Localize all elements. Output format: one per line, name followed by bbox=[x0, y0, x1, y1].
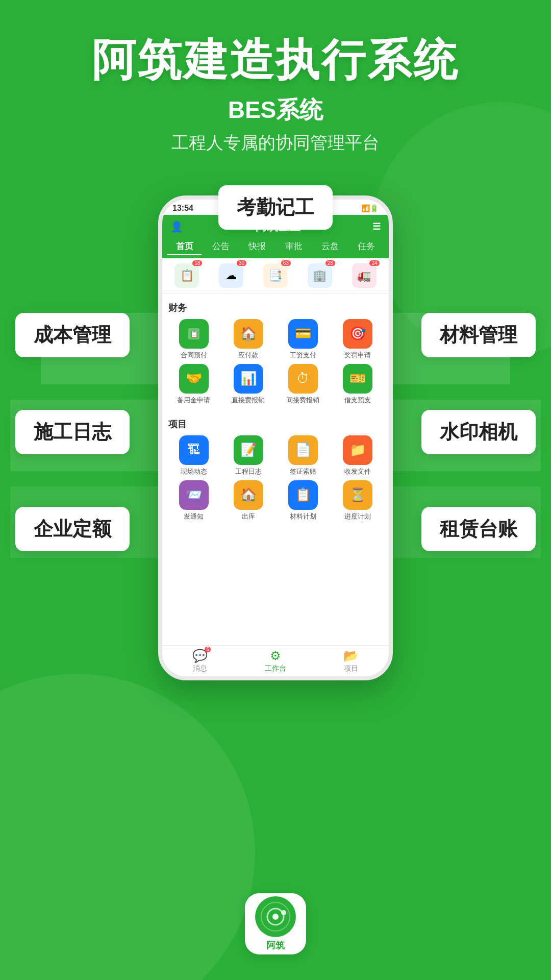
feature-qiye: 企业定额 bbox=[15, 507, 130, 551]
app-title: 阿筑建造执行系统 bbox=[0, 36, 551, 84]
app-cailiao[interactable]: 📋 材料计划 bbox=[278, 480, 328, 521]
finance-title: 财务 bbox=[168, 302, 383, 314]
app-gongcheng-label: 工程日志 bbox=[235, 467, 262, 476]
app-wenjian[interactable]: 📁 收发文件 bbox=[332, 435, 383, 476]
shortcut-badge-4: 28 bbox=[325, 260, 335, 266]
app-logo: 阿筑 bbox=[245, 893, 306, 954]
app-zhijie-label: 直接费报销 bbox=[232, 396, 265, 405]
phone-mockup: 13:54 📶🔋 👤 阿筑企业 ☰ 首页 公告 快报 审批 云盘 任务 bbox=[158, 195, 393, 680]
app-cailiao-label: 材料计划 bbox=[290, 512, 316, 521]
svg-point-11 bbox=[272, 914, 279, 920]
svg-point-12 bbox=[281, 910, 286, 915]
tab-home[interactable]: 首页 bbox=[167, 238, 202, 255]
app-xianchang[interactable]: 🏗 现场动态 bbox=[168, 435, 219, 476]
message-icon: 💬 6 bbox=[192, 649, 208, 663]
app-jianjie-label: 间接费报销 bbox=[286, 396, 319, 405]
app-zhijie[interactable]: 📊 直接费报销 bbox=[223, 364, 273, 405]
phone-tabs[interactable]: 首页 公告 快报 审批 云盘 任务 bbox=[162, 238, 389, 258]
app-jingdu-label: 进度计划 bbox=[344, 512, 371, 521]
app-yifu-label: 应付款 bbox=[238, 351, 258, 360]
app-desc: 工程人专属的协同管理平台 bbox=[0, 131, 551, 155]
svg-text:📋: 📋 bbox=[189, 330, 198, 338]
app-jiezhi-label: 借支预支 bbox=[344, 396, 371, 405]
app-xianchang-label: 现场动态 bbox=[181, 467, 207, 476]
app-qianzhen[interactable]: 📄 签证索赔 bbox=[278, 435, 328, 476]
shortcut-2[interactable]: ☁ 30 bbox=[219, 263, 243, 288]
header: 阿筑建造执行系统 BES系统 工程人专属的协同管理平台 bbox=[0, 0, 551, 170]
nav-workbench[interactable]: ⚙ 工作台 bbox=[238, 649, 313, 673]
project-title: 项目 bbox=[168, 418, 383, 430]
nav-workbench-label: 工作台 bbox=[265, 664, 286, 673]
finance-section: 财务 📋 合同预付 🏠 应付款 bbox=[162, 297, 389, 410]
shortcut-3[interactable]: 📑 63 bbox=[263, 263, 288, 288]
nav-project[interactable]: 📂 项目 bbox=[313, 649, 389, 673]
app-yifu[interactable]: 🏠 应付款 bbox=[223, 319, 273, 360]
feature-shuiyin: 水印相机 bbox=[421, 410, 536, 454]
app-jianjie[interactable]: ⏱ 间接费报销 bbox=[278, 364, 328, 405]
app-jianfa-label: 奖罚申请 bbox=[344, 351, 371, 360]
phone-time: 13:54 bbox=[172, 204, 193, 213]
shortcut-4[interactable]: 🏢 28 bbox=[308, 263, 332, 288]
nav-message[interactable]: 💬 6 消息 bbox=[162, 649, 238, 673]
feature-area: 考勤记工 成本管理 材料管理 施工日志 水印相机 企业定额 租赁台账 13:54… bbox=[0, 170, 551, 834]
user-icon: 👤 bbox=[170, 220, 183, 233]
app-gongcheng[interactable]: 📝 工程日志 bbox=[223, 435, 273, 476]
logo-label: 阿筑 bbox=[266, 939, 285, 951]
app-jingdu[interactable]: ⏳ 进度计划 bbox=[332, 480, 383, 521]
app-gongzi-label: 工资支付 bbox=[290, 351, 316, 360]
shortcut-1[interactable]: 📋 18 bbox=[174, 263, 199, 288]
tab-cloud[interactable]: 云盘 bbox=[313, 238, 347, 255]
finance-grid: 📋 合同预付 🏠 应付款 💳 工资支付 bbox=[168, 319, 383, 405]
shortcut-5[interactable]: 🚛 24 bbox=[352, 263, 377, 288]
project-icon: 📂 bbox=[343, 649, 359, 663]
nav-project-label: 项目 bbox=[344, 664, 358, 673]
app-heyuan[interactable]: 📋 合同预付 bbox=[168, 319, 219, 360]
app-chuku-label: 出库 bbox=[242, 512, 255, 521]
app-beiyong-label: 备用金申请 bbox=[177, 396, 210, 405]
app-jiezhi[interactable]: 🎫 借支预支 bbox=[332, 364, 383, 405]
logo-circle bbox=[255, 896, 296, 937]
feature-cailiao: 材料管理 bbox=[421, 313, 536, 357]
app-tongzhi[interactable]: 📨 发通知 bbox=[168, 480, 219, 521]
app-heyuan-label: 合同预付 bbox=[181, 351, 207, 360]
phone-bottom-nav[interactable]: 💬 6 消息 ⚙ 工作台 📂 项目 bbox=[162, 645, 389, 676]
app-subtitle: BES系统 bbox=[0, 94, 551, 126]
tab-approve[interactable]: 审批 bbox=[277, 238, 311, 255]
phone-scroll-content[interactable]: 财务 📋 合同预付 🏠 应付款 bbox=[162, 293, 389, 671]
shortcut-badge-5: 24 bbox=[369, 260, 379, 266]
workbench-icon: ⚙ bbox=[270, 649, 281, 663]
shortcut-badge-1: 18 bbox=[192, 260, 202, 266]
app-tongzhi-label: 发通知 bbox=[184, 512, 204, 521]
menu-icon: ☰ bbox=[372, 221, 381, 232]
app-wenjian-label: 收发文件 bbox=[344, 467, 371, 476]
app-qianzhen-label: 签证索赔 bbox=[290, 467, 316, 476]
phone-screen: 13:54 📶🔋 👤 阿筑企业 ☰ 首页 公告 快报 审批 云盘 任务 bbox=[158, 195, 393, 680]
app-jianfa[interactable]: 🎯 奖罚申请 bbox=[332, 319, 383, 360]
app-gongzi[interactable]: 💳 工资支付 bbox=[278, 319, 328, 360]
feature-zulin: 租赁台账 bbox=[421, 507, 536, 551]
tab-task[interactable]: 任务 bbox=[349, 238, 384, 255]
tab-report[interactable]: 快报 bbox=[240, 238, 274, 255]
tab-notice[interactable]: 公告 bbox=[204, 238, 238, 255]
project-section: 项目 🏗 现场动态 📝 工程日志 📄 签证索赔 bbox=[162, 413, 389, 526]
shortcut-row: 📋 18 ☁ 30 📑 63 bbox=[162, 258, 389, 293]
feature-shigong: 施工日志 bbox=[15, 410, 130, 454]
feature-chengben: 成本管理 bbox=[15, 313, 130, 357]
signal-icons: 📶🔋 bbox=[361, 204, 379, 212]
project-grid: 🏗 现场动态 📝 工程日志 📄 签证索赔 📁 bbox=[168, 435, 383, 521]
shortcut-badge-3: 63 bbox=[281, 260, 291, 266]
nav-message-label: 消息 bbox=[193, 664, 207, 673]
app-beiyong[interactable]: 🤝 备用金申请 bbox=[168, 364, 219, 405]
shortcut-badge-2: 30 bbox=[237, 260, 246, 266]
feature-kaoquin: 考勤记工 bbox=[218, 185, 333, 230]
app-chuku[interactable]: 🏠 出库 bbox=[223, 480, 273, 521]
